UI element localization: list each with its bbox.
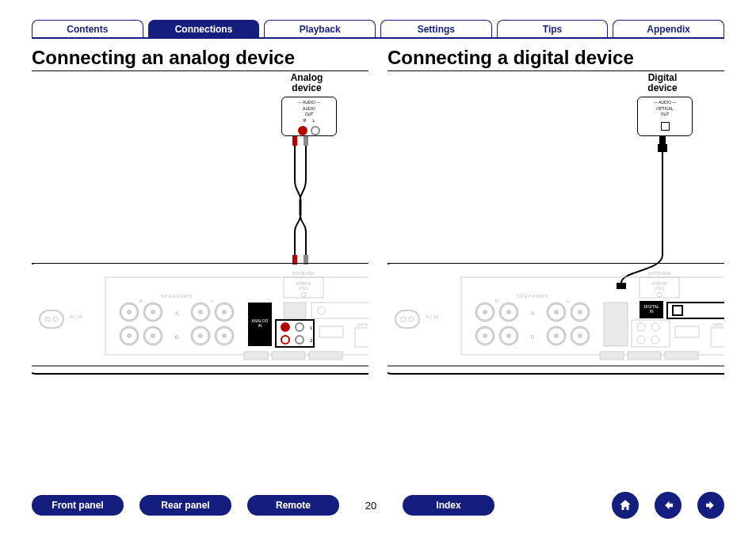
svg-text:L: L: [211, 299, 214, 303]
svg-text:R: R: [495, 299, 499, 303]
arrow-right-icon: [704, 498, 718, 512]
svg-text:B: B: [531, 334, 535, 340]
svg-text:2: 2: [310, 338, 313, 343]
tab-playback[interactable]: Playback: [264, 20, 376, 37]
analog-device-label: Analogdevice: [283, 73, 330, 93]
digital-device-box: — AUDIO — OPTICAL OUT: [637, 97, 693, 136]
top-tabs: Contents Connections Playback Settings T…: [32, 20, 724, 39]
svg-rect-28: [284, 303, 306, 318]
svg-rect-34: [276, 320, 314, 347]
svg-point-68: [401, 317, 406, 322]
svg-rect-70: [604, 303, 628, 346]
svg-rect-47: [659, 136, 666, 144]
remote-button[interactable]: Remote: [247, 495, 339, 516]
arrow-left-icon: [661, 498, 675, 512]
svg-rect-45: [272, 352, 305, 360]
svg-text:(75Ω): (75Ω): [299, 286, 309, 291]
svg-point-35: [281, 323, 289, 331]
svg-text:AC IN: AC IN: [70, 314, 82, 319]
svg-text:AC IN: AC IN: [426, 314, 438, 319]
tab-connections[interactable]: Connections: [148, 20, 260, 37]
rear-panel-button[interactable]: Rear panel: [139, 495, 231, 516]
svg-text:A: A: [531, 310, 535, 316]
svg-point-27: [53, 317, 58, 322]
home-icon: [618, 498, 632, 512]
page-number: 20: [355, 500, 387, 512]
svg-rect-42: [355, 328, 368, 347]
index-button[interactable]: Index: [403, 495, 494, 516]
svg-text:IN: IN: [258, 323, 262, 328]
heading-digital: Connecting a digital device: [388, 47, 724, 71]
svg-text:B: B: [175, 334, 179, 340]
svg-rect-85: [628, 352, 661, 360]
svg-rect-44: [244, 352, 268, 360]
svg-rect-41: [319, 326, 343, 337]
bottom-nav: Front panel Rear panel Remote 20 Index: [32, 492, 724, 519]
prev-page-button[interactable]: [655, 492, 682, 519]
tab-tips[interactable]: Tips: [497, 20, 609, 37]
tab-contents[interactable]: Contents: [32, 20, 143, 37]
svg-rect-1: [304, 136, 308, 146]
svg-rect-82: [711, 328, 724, 347]
svg-rect-25: [40, 310, 63, 328]
svg-text:SPEAKERS: SPEAKERS: [517, 294, 548, 299]
svg-point-60: [657, 292, 662, 297]
svg-text:IN: IN: [650, 309, 654, 314]
svg-point-75: [651, 336, 659, 344]
svg-rect-48: [658, 144, 667, 152]
heading-analog: Connecting an analog device: [32, 47, 368, 71]
svg-rect-46: [309, 352, 342, 360]
analog-cable-diagram: [32, 140, 368, 263]
svg-text:A: A: [175, 310, 179, 316]
rca-white-icon: [311, 126, 320, 135]
home-button[interactable]: [612, 492, 639, 519]
svg-rect-71: [632, 320, 670, 347]
svg-point-18: [301, 292, 306, 297]
svg-rect-80: [673, 306, 682, 315]
receiver-rear-digital: ANTENNA DAB/FM (75Ω) SPEAKERS R L A B AC…: [388, 263, 724, 421]
analog-device-box: — AUDIO — AUDIO OUT RL: [281, 97, 337, 136]
svg-point-26: [45, 317, 50, 322]
digital-cable-diagram: [388, 140, 724, 263]
svg-rect-29: [311, 303, 368, 318]
svg-text:DATA: DATA: [713, 322, 724, 327]
svg-text:L: L: [567, 299, 570, 303]
svg-point-36: [296, 323, 304, 331]
svg-text:SPEAKERS: SPEAKERS: [161, 294, 193, 299]
svg-text:1: 1: [310, 326, 313, 330]
svg-rect-67: [395, 310, 419, 328]
svg-point-74: [637, 336, 645, 344]
svg-point-38: [281, 336, 289, 344]
svg-text:DATA: DATA: [357, 322, 368, 327]
digital-device-label: Digitaldevice: [639, 73, 686, 93]
receiver-rear-analog: ANTENNA DAB/FM (75Ω) SPEAKERS R L A: [32, 263, 368, 421]
svg-text:ANTENNA: ANTENNA: [648, 271, 671, 276]
svg-text:R: R: [139, 299, 143, 303]
svg-rect-0: [292, 136, 297, 146]
next-page-button[interactable]: [697, 492, 724, 519]
svg-text:(75Ω): (75Ω): [655, 286, 665, 291]
front-panel-button[interactable]: Front panel: [32, 495, 124, 516]
svg-rect-84: [600, 352, 624, 360]
svg-point-30: [318, 306, 326, 314]
tab-settings[interactable]: Settings: [380, 20, 492, 37]
svg-point-69: [409, 317, 414, 322]
svg-point-72: [637, 323, 645, 331]
svg-point-73: [651, 323, 659, 331]
svg-rect-81: [675, 326, 699, 337]
rca-red-icon: [298, 126, 307, 135]
svg-text:ANTENNA: ANTENNA: [292, 271, 315, 276]
svg-rect-86: [665, 352, 698, 360]
optical-port-icon: [661, 122, 670, 131]
tab-appendix[interactable]: Appendix: [613, 20, 724, 37]
svg-point-39: [296, 336, 304, 344]
